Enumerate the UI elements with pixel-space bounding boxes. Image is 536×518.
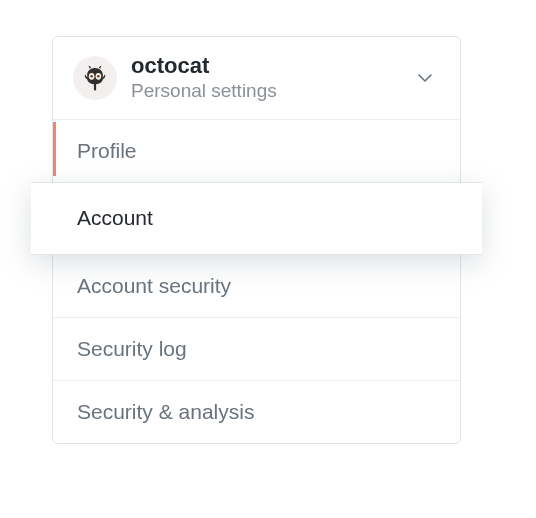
sidebar-item-label: Account security (77, 274, 231, 297)
settings-nav: Profile Account Account security Securit… (53, 119, 460, 443)
sidebar-item-label: Profile (77, 139, 137, 162)
sidebar-item-security-analysis[interactable]: Security & analysis (53, 380, 460, 443)
username: octocat (131, 53, 277, 79)
sidebar-item-label: Security & analysis (77, 400, 254, 423)
sidebar-item-security-log[interactable]: Security log (53, 317, 460, 380)
sidebar-item-account[interactable]: Account (31, 182, 482, 254)
svg-point-3 (90, 75, 92, 77)
sidebar-item-account-security[interactable]: Account security (53, 255, 460, 317)
svg-point-5 (94, 79, 96, 80)
avatar (73, 56, 117, 100)
octocat-icon (77, 60, 113, 96)
context-switch-caret[interactable] (418, 69, 432, 87)
sidebar-item-profile[interactable]: Profile (53, 119, 460, 182)
settings-header[interactable]: octocat Personal settings (53, 37, 460, 119)
settings-context-label: Personal settings (131, 79, 277, 103)
settings-sidebar: octocat Personal settings Profile Accoun… (52, 36, 461, 444)
header-text: octocat Personal settings (131, 53, 277, 103)
svg-point-4 (97, 75, 99, 77)
sidebar-item-label: Security log (77, 337, 187, 360)
caret-down-icon (418, 74, 432, 83)
sidebar-item-label: Account (77, 206, 153, 229)
